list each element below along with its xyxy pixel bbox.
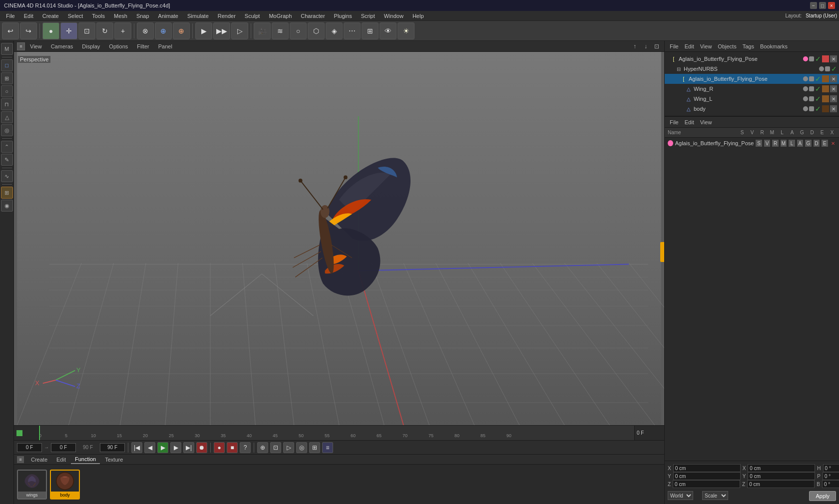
viewport[interactable]: Perspective [14,52,664,425]
help-btn[interactable]: ? [240,442,251,453]
apply-btn[interactable]: Apply [809,491,836,501]
right-edge-tab[interactable] [660,242,664,262]
close-btn[interactable]: × [828,2,835,9]
lt-paint-btn[interactable]: ◉ [1,200,13,212]
obj-check-hn[interactable]: ✓ [831,65,837,73]
viewport-maximize-icon[interactable]: ⊡ [652,42,661,51]
anim-mode-btn[interactable]: ▷ [283,442,294,453]
mat-icon-a[interactable]: A [797,140,803,147]
xform-p-rot[interactable] [823,472,839,480]
xform-x-size[interactable] [748,464,815,472]
xform-y-pos[interactable] [673,472,741,480]
menu-create[interactable]: Create [38,12,63,20]
deform-btn[interactable]: ≋ [272,22,289,39]
obj-render-dot-wr[interactable] [809,86,814,91]
material-body[interactable]: body [50,470,80,500]
xform-z-size[interactable] [747,480,815,488]
obj-render-dot[interactable] [809,56,814,61]
keyframe-rec-btn[interactable]: ⊡ [270,442,281,453]
next-frame-btn[interactable]: ▶ [170,442,181,453]
xform-h-rot[interactable] [823,464,839,472]
menu-sculpt[interactable]: Sculpt [241,12,264,20]
bp-tab-create[interactable]: Create [27,456,51,464]
menu-edit[interactable]: Edit [20,12,37,20]
viewport-tab-panel[interactable]: Panel [154,42,176,50]
obj-color-wl[interactable] [822,95,829,102]
redo-btn[interactable]: ↪ [20,22,37,39]
mat-row-1[interactable]: Aglais_io_Butterfly_Flying_Pose S V R M … [665,138,839,149]
obj-row-wing-l[interactable]: △ Wing_L ✓ ✕ [665,94,839,104]
viewport-menu-btn[interactable]: ≡ [17,42,25,50]
keyframe-add-btn[interactable]: ⊕ [257,442,268,453]
mat-icon-r[interactable]: R [772,140,778,147]
obj-render-dot-bf[interactable] [809,76,814,81]
viewport-tab-display[interactable]: Display [78,42,104,50]
om-menu-tags[interactable]: Tags [741,42,756,50]
effector-btn[interactable]: ◈ [326,22,343,39]
maximize-btn[interactable]: □ [819,2,826,9]
menu-render[interactable]: Render [214,12,240,20]
xform-x-pos[interactable] [673,464,741,472]
camera-btn[interactable]: 🎥 [254,22,271,39]
menu-file[interactable]: File [2,12,19,20]
obj-row-root[interactable]: [ Aglais_io_Butterfly_Flying_Pose ✓ ✕ [665,54,839,64]
render-region-btn[interactable]: ▶▶ [213,22,230,39]
om-menu-view[interactable]: View [698,42,714,50]
nurbs-btn[interactable]: ○ [290,22,307,39]
lt-cube-btn[interactable]: □ [1,59,13,71]
autokey-btn[interactable]: ● [214,442,225,453]
settings-btn[interactable]: ≡ [322,442,333,453]
rotate-tool-btn[interactable]: ↻ [96,22,113,39]
prev-frame-btn[interactable]: ◀ [144,442,155,453]
lt-pen-btn[interactable]: ✎ [1,154,13,166]
stop-btn[interactable]: ■ [227,442,238,453]
obj-check-wl[interactable]: ✓ [815,95,821,103]
om-menu-edit[interactable]: Edit [683,42,696,50]
om-menu-bookmarks[interactable]: Bookmarks [758,42,790,50]
obj-color-wr[interactable] [822,85,829,92]
minimize-btn[interactable]: − [810,2,817,9]
obj-vis-dot-bd[interactable] [803,106,808,111]
transform-type-select[interactable]: Scale Move Rotate [702,491,728,500]
bp-tab-texture[interactable]: Texture [101,456,127,464]
om-menu-file[interactable]: File [668,42,681,50]
obj-render-dot-bd[interactable] [809,106,814,111]
obj-check-bd[interactable]: ✓ [815,105,821,113]
transform-tool-btn[interactable]: + [114,22,131,39]
light-btn[interactable]: ☀ [398,22,415,39]
lt-model-btn[interactable]: M [1,43,13,55]
cloner-btn[interactable]: ⬡ [308,22,325,39]
menu-script[interactable]: Script [357,12,379,20]
object-axis-btn[interactable]: ⊗ [137,22,154,39]
mat-icon-m[interactable]: M [781,140,787,147]
obj-check[interactable]: ✓ [815,55,821,63]
mat-icon-x[interactable]: ✕ [830,140,836,147]
xform-b-rot[interactable] [822,480,839,488]
material-wings[interactable]: wings [17,470,47,500]
bp-tab-function[interactable]: Function [71,455,100,464]
start-frame-input[interactable] [51,443,76,452]
lt-magnet-btn[interactable]: ∿ [1,170,13,182]
obj-row-hypernurbs[interactable]: ⊟ HyperNURBS ✓ [665,64,839,74]
timeline-playhead[interactable] [39,426,40,440]
obj-vis-dot-wl[interactable] [803,96,808,101]
obj-color1[interactable] [822,55,829,62]
viewport-zoom-out-icon[interactable]: ↓ [641,42,650,51]
lt-checker-btn[interactable]: ⊞ [1,72,13,84]
render-active-view-btn[interactable]: ▷ [231,22,248,39]
motion-btn[interactable]: ⊞ [309,442,320,453]
viewport-tab-cameras[interactable]: Cameras [47,42,77,50]
stereo-btn[interactable]: 👁 [380,22,397,39]
spline-btn[interactable]: ⋯ [344,22,361,39]
viewport-tab-view[interactable]: View [26,42,46,50]
timeline-ruler[interactable]: 0 5 10 15 20 25 30 35 40 45 50 55 60 65 … [39,426,634,440]
mat-icon-l[interactable]: L [789,140,795,147]
xform-y-size[interactable] [748,472,815,480]
end-frame-input[interactable] [100,443,125,452]
current-frame-input[interactable] [17,443,42,452]
mat-icon-d[interactable]: D [814,140,820,147]
obj-row-butterfly[interactable]: [ Aglais_io_Butterfly_Flying_Pose ✓ ✕ [665,74,839,84]
mat-icon-g[interactable]: G [805,140,811,147]
xform-z-pos[interactable] [673,480,740,488]
obj-check-bf[interactable]: ✓ [815,75,821,83]
